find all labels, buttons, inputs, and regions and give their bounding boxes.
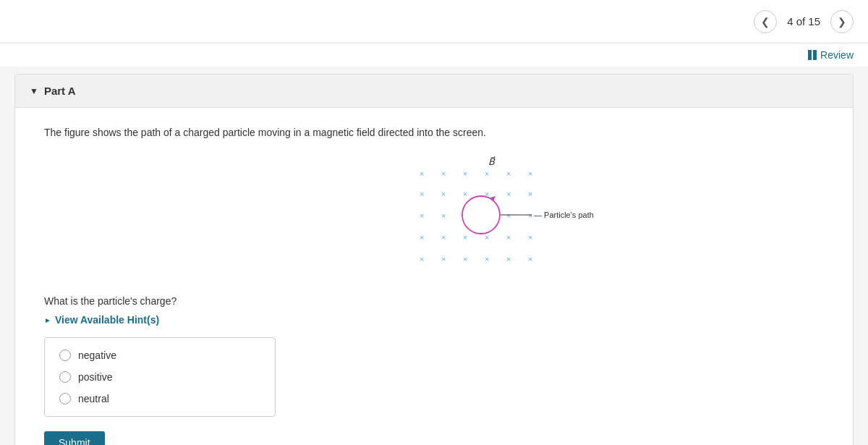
- question-text: The figure shows the path of a charged p…: [44, 125, 824, 140]
- svg-text:×: ×: [441, 233, 446, 242]
- svg-text:― Particle's path: ― Particle's path: [534, 211, 594, 219]
- svg-text:×: ×: [528, 211, 532, 220]
- review-label: Review: [820, 49, 854, 61]
- review-link[interactable]: Review: [808, 49, 854, 61]
- diagram-container: B⃗ × × × × × × × × × × × × × ×: [189, 155, 824, 278]
- svg-text:×: ×: [463, 255, 467, 263]
- review-area: Review: [0, 43, 868, 67]
- svg-text:×: ×: [506, 255, 511, 263]
- option-neutral[interactable]: neutral: [59, 393, 260, 404]
- svg-text:×: ×: [441, 169, 446, 178]
- svg-text:×: ×: [528, 233, 532, 242]
- charge-question: What is the particle's charge?: [44, 295, 824, 307]
- radio-negative[interactable]: [59, 349, 71, 361]
- option-positive-label: positive: [78, 371, 112, 383]
- svg-text:×: ×: [441, 211, 446, 220]
- main-content: ▼ Part A The figure shows the path of a …: [14, 74, 854, 445]
- svg-text:×: ×: [441, 190, 446, 198]
- submit-button[interactable]: Submit: [44, 431, 105, 445]
- svg-text:×: ×: [506, 211, 511, 220]
- svg-text:×: ×: [420, 169, 424, 178]
- prev-button[interactable]: ❮: [754, 10, 777, 33]
- svg-text:×: ×: [506, 233, 511, 242]
- svg-point-15: [462, 196, 500, 234]
- option-positive[interactable]: positive: [59, 371, 260, 383]
- top-bar: ❮ 4 of 15 ❯: [0, 0, 868, 43]
- svg-text:×: ×: [506, 190, 511, 198]
- svg-text:×: ×: [420, 190, 424, 198]
- hint-arrow-icon: ►: [44, 316, 51, 324]
- svg-text:×: ×: [463, 233, 467, 242]
- part-toggle[interactable]: ▼: [30, 86, 38, 96]
- svg-text:B⃗: B⃗: [488, 156, 495, 167]
- option-negative[interactable]: negative: [59, 349, 260, 361]
- answer-box: negative positive neutral: [44, 337, 276, 417]
- svg-text:×: ×: [485, 233, 489, 242]
- magnetic-field-diagram: B⃗ × × × × × × × × × × × × × ×: [412, 155, 600, 278]
- svg-text:×: ×: [463, 169, 467, 178]
- radio-positive[interactable]: [59, 371, 71, 383]
- hint-label: View Available Hint(s): [55, 314, 159, 326]
- part-title: Part A: [44, 85, 76, 97]
- svg-text:×: ×: [420, 211, 424, 220]
- svg-text:×: ×: [528, 169, 532, 178]
- nav-controls: ❮ 4 of 15 ❯: [754, 10, 854, 33]
- next-button[interactable]: ❯: [830, 10, 854, 33]
- option-negative-label: negative: [78, 349, 116, 361]
- content-body: The figure shows the path of a charged p…: [15, 108, 853, 445]
- radio-neutral[interactable]: [59, 393, 71, 404]
- svg-text:×: ×: [420, 233, 424, 242]
- page-count: 4 of 15: [783, 15, 825, 27]
- svg-text:×: ×: [441, 255, 446, 263]
- svg-text:×: ×: [528, 190, 532, 198]
- svg-text:×: ×: [528, 255, 532, 263]
- svg-text:×: ×: [463, 190, 467, 198]
- svg-text:×: ×: [506, 169, 511, 178]
- svg-text:×: ×: [485, 169, 489, 178]
- svg-text:×: ×: [485, 255, 489, 263]
- option-neutral-label: neutral: [78, 393, 109, 404]
- hint-link[interactable]: ► View Available Hint(s): [44, 314, 824, 326]
- svg-text:×: ×: [420, 255, 424, 263]
- review-icon: [808, 50, 817, 60]
- part-header: ▼ Part A: [15, 75, 853, 108]
